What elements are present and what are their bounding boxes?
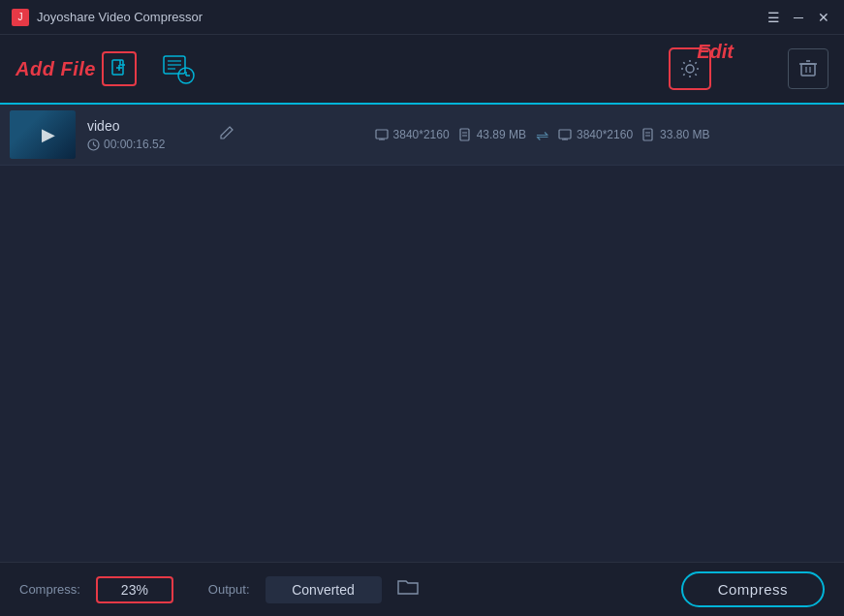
folder-icon xyxy=(397,578,419,596)
settings-button[interactable] xyxy=(670,48,710,89)
edit-name-button[interactable] xyxy=(215,121,238,148)
add-file-button[interactable] xyxy=(102,51,137,86)
monitor-icon xyxy=(375,129,389,140)
svg-rect-22 xyxy=(460,129,469,140)
toolbar: Add File Edit xyxy=(0,35,844,105)
title-bar: J Joyoshare Video Compressor ☰ ─ ✕ xyxy=(0,0,844,35)
svg-rect-19 xyxy=(376,130,388,139)
file-out-size-icon xyxy=(642,128,655,141)
dst-resolution-value: 3840*2160 xyxy=(577,128,633,141)
output-value: Converted xyxy=(266,576,382,603)
pencil-icon xyxy=(219,125,234,140)
output-label: Output: xyxy=(208,582,250,597)
bottom-bar: Compress: 23% Output: Converted Compress xyxy=(0,562,844,616)
file-duration: 00:00:16.52 xyxy=(87,138,203,151)
clock-icon xyxy=(87,139,100,151)
video-thumbnail: ▶ xyxy=(10,110,76,159)
file-info: video 00:00:16.52 xyxy=(87,118,203,151)
svg-rect-28 xyxy=(643,129,652,140)
window-controls: ☰ ─ ✕ xyxy=(765,9,832,26)
compress-value: 23% xyxy=(96,576,173,603)
dst-size-value: 33.80 MB xyxy=(660,128,709,141)
file-name: video xyxy=(87,118,203,134)
svg-rect-25 xyxy=(559,130,571,139)
src-size: 43.89 MB xyxy=(459,128,526,141)
dst-size: 33.80 MB xyxy=(642,128,709,141)
file-list-area: ▶ video 00:00:16.52 xyxy=(0,105,844,562)
file-meta: 3840*2160 43.89 MB ⇌ 3840*2160 xyxy=(250,126,834,144)
minimize-button[interactable]: ─ xyxy=(790,9,807,26)
monitor-out-icon xyxy=(558,129,572,140)
open-folder-button[interactable] xyxy=(397,578,419,601)
compress-button[interactable]: Compress xyxy=(681,571,825,607)
add-file-group[interactable]: Add File xyxy=(16,51,137,86)
svg-line-18 xyxy=(94,144,97,146)
table-row: ▶ video 00:00:16.52 xyxy=(0,105,844,166)
settings-red-border xyxy=(669,47,711,90)
task-schedule-icon xyxy=(160,50,197,87)
dst-resolution: 3840*2160 xyxy=(558,128,633,141)
src-size-value: 43.89 MB xyxy=(477,128,526,141)
delete-button[interactable] xyxy=(788,48,828,89)
app-icon: J xyxy=(12,9,29,26)
src-resolution-value: 3840*2160 xyxy=(393,128,450,141)
convert-arrow-icon: ⇌ xyxy=(536,126,548,144)
close-button[interactable]: ✕ xyxy=(815,9,832,26)
svg-rect-11 xyxy=(801,64,815,76)
add-file-icon xyxy=(109,59,129,78)
menu-button[interactable]: ☰ xyxy=(765,9,782,26)
task-schedule-button[interactable] xyxy=(156,46,201,91)
file-size-icon xyxy=(459,128,472,141)
app-title: Joyoshare Video Compressor xyxy=(37,10,765,24)
edit-settings-area: Edit xyxy=(670,48,710,89)
add-file-label: Add File xyxy=(16,59,96,78)
delete-icon xyxy=(798,59,818,78)
compress-label: Compress: xyxy=(19,582,80,597)
src-resolution: 3840*2160 xyxy=(375,128,450,141)
